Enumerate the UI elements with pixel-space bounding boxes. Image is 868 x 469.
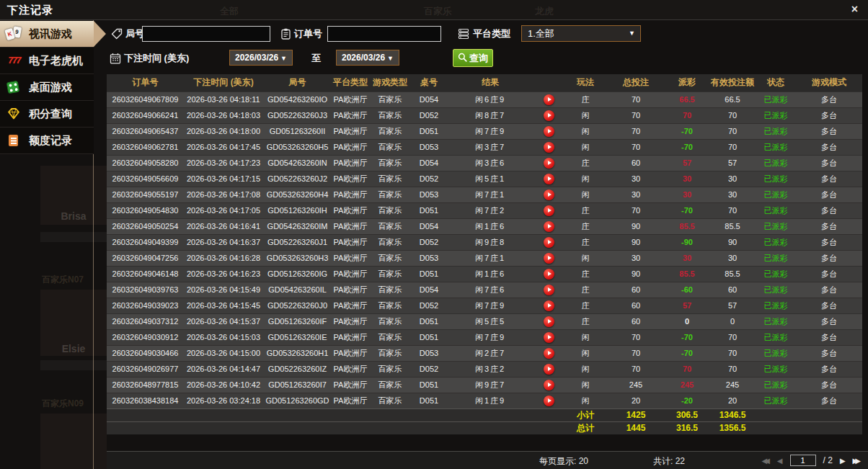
valid-bet-cell: 60 xyxy=(709,282,756,298)
dice-icon xyxy=(5,79,24,95)
play-video-icon[interactable] xyxy=(544,348,554,359)
play-video-icon[interactable] xyxy=(544,269,554,280)
close-icon[interactable]: × xyxy=(851,3,858,16)
table-no-cell: D053 xyxy=(411,139,447,155)
platform-type-select[interactable]: 1.全部 ▼ xyxy=(521,25,641,42)
game-no-cell: GD054263260IM xyxy=(263,218,332,234)
play-video-icon[interactable] xyxy=(544,253,554,264)
valid-bet-cell: 70 xyxy=(709,123,756,139)
platform-cell: PA欧洲厅 xyxy=(332,91,369,107)
payout-cell: 70 xyxy=(665,361,709,377)
payout-cell: -70 xyxy=(665,345,709,361)
bet-time-cell: 2026-03-26 04:16:37 xyxy=(184,234,263,250)
platform-cell: PA欧洲厅 xyxy=(332,393,369,408)
play-video-icon[interactable] xyxy=(544,396,554,406)
table-row: 2603260490654372026-03-26 04:18:00GD0512… xyxy=(107,123,862,139)
play-video-icon[interactable] xyxy=(544,174,554,184)
mode-cell: 多台 xyxy=(796,171,862,187)
game-type-cell: 百家乐 xyxy=(369,377,411,393)
result-cell: 闲9庄7 xyxy=(447,377,533,393)
sidebar-item-table-games[interactable]: 桌面游戏 xyxy=(0,74,94,101)
play-video-icon[interactable] xyxy=(544,189,554,200)
order-no-cell: 260326049067809 xyxy=(107,91,184,107)
mode-cell: 多台 xyxy=(796,155,862,171)
play-video-icon[interactable] xyxy=(544,126,554,137)
game-no-cell: GD052263260IZ xyxy=(263,361,332,377)
chevron-down-icon: ▼ xyxy=(280,55,287,62)
table-row: 2603260490493992026-03-26 04:16:37GD0522… xyxy=(107,234,862,250)
date-to-select[interactable]: 2026/03/26▼ xyxy=(336,50,399,66)
play-video-icon[interactable] xyxy=(544,237,554,248)
table-no-cell: D051 xyxy=(411,393,447,408)
result-cell: 闲7庄6 xyxy=(447,282,533,298)
table-row: 2603260490502542026-03-26 04:16:41GD0542… xyxy=(107,218,862,234)
sidebar-item-quota-records[interactable]: 额度记录 xyxy=(0,128,94,154)
bet-time-cell: 2026-03-26 04:18:03 xyxy=(184,107,263,123)
valid-bet-cell: 70 xyxy=(709,107,756,123)
valid-bet-cell: 30 xyxy=(709,187,756,202)
table-row: 2603260490678092026-03-26 04:18:11GD0542… xyxy=(107,91,862,107)
prev-page-button[interactable]: ◀ xyxy=(777,457,783,465)
play-video-icon[interactable] xyxy=(544,110,554,121)
page-number-input[interactable] xyxy=(790,455,816,466)
game-no-cell: GD052263260J3 xyxy=(263,107,332,123)
play-video-icon[interactable] xyxy=(544,300,554,311)
platform-cell: PA欧洲厅 xyxy=(332,250,369,266)
empty-cell xyxy=(369,408,411,421)
total-bet-cell: 60 xyxy=(607,282,665,298)
bet-time-cell: 2026-03-26 04:17:15 xyxy=(184,171,263,187)
date-from-select[interactable]: 2026/03/26▼ xyxy=(229,50,293,66)
platform-cell: PA欧洲厅 xyxy=(332,139,369,155)
query-button[interactable]: 查询 xyxy=(453,49,493,67)
replay-cell xyxy=(533,202,564,218)
game-type-cell: 百家乐 xyxy=(369,266,411,282)
table-no-cell: D052 xyxy=(411,107,447,123)
play-video-icon[interactable] xyxy=(544,285,554,295)
status-cell: 已派彩 xyxy=(756,171,796,187)
sidebar-item-slots[interactable]: 777 电子老虎机 xyxy=(0,48,94,74)
dimmed-lobby-tab: 龙虎 xyxy=(535,5,554,18)
play-video-icon[interactable] xyxy=(544,142,554,153)
last-page-button[interactable]: ▶▶ xyxy=(853,457,861,465)
game-type-cell: 百家乐 xyxy=(369,91,411,107)
result-cell: 闲3庄6 xyxy=(447,155,533,171)
replay-cell xyxy=(533,218,564,234)
mode-cell: 多台 xyxy=(796,329,862,345)
sidebar-item-points-query[interactable]: 积分查询 xyxy=(0,101,94,128)
play-video-icon[interactable] xyxy=(544,316,554,327)
table-no-cell: D054 xyxy=(411,282,447,298)
subtotal-payout: 306.5 xyxy=(665,408,709,421)
filter-bar: 局号 订单号 平台类型 1.全部 ▼ xyxy=(107,20,868,74)
order-no-cell: 260326049026977 xyxy=(107,361,184,377)
replay-cell xyxy=(533,107,564,123)
status-cell: 已派彩 xyxy=(756,218,796,234)
order-no-input[interactable] xyxy=(327,26,441,42)
play-video-icon[interactable] xyxy=(544,332,554,343)
valid-bet-cell: 70 xyxy=(709,202,756,218)
play-video-icon[interactable] xyxy=(544,380,554,390)
sidebar-item-live-games[interactable]: 9K 视讯游戏 xyxy=(0,21,94,48)
playing-cards-icon: 9K xyxy=(5,26,24,42)
game-type-cell: 百家乐 xyxy=(369,171,411,187)
platform-cell: PA欧洲厅 xyxy=(332,377,369,393)
game-no-input[interactable] xyxy=(142,26,270,42)
game-no-cell: GD051263260I7 xyxy=(263,377,332,393)
play-video-icon[interactable] xyxy=(544,221,554,232)
diamond-icon xyxy=(5,106,24,122)
status-cell: 已派彩 xyxy=(756,393,796,408)
table-no-cell: D051 xyxy=(411,123,447,139)
first-page-button[interactable]: ◀◀ xyxy=(761,457,769,465)
next-page-button[interactable]: ▶ xyxy=(840,457,846,465)
order-no-cell: 260326049050254 xyxy=(107,218,184,234)
game-no-cell: GD054263260IN xyxy=(263,155,332,171)
play-video-icon[interactable] xyxy=(544,158,554,169)
play-video-icon[interactable] xyxy=(544,364,554,375)
play-video-icon[interactable] xyxy=(544,205,554,216)
calendar-icon xyxy=(110,53,121,67)
play-video-icon[interactable] xyxy=(544,94,554,105)
status-cell: 已派彩 xyxy=(756,155,796,171)
replay-cell xyxy=(533,361,564,377)
bet-time-cell: 2026-03-26 04:15:00 xyxy=(184,345,263,361)
subtotal-valid-bet: 1346.5 xyxy=(709,408,756,421)
result-cell: 闲5庄5 xyxy=(447,313,533,329)
